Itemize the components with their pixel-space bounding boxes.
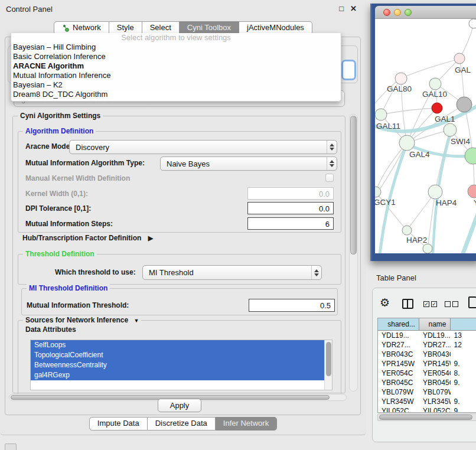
- network-node-hap4[interactable]: [428, 185, 442, 199]
- column-header[interactable]: name: [419, 318, 451, 331]
- zoom-traffic-icon[interactable]: [405, 9, 412, 16]
- column-header[interactable]: shared...: [378, 318, 419, 331]
- algorithm-option[interactable]: Dream8 DC_TDC Algorithm: [11, 90, 341, 99]
- mi-type-value: Naive Bayes: [161, 159, 327, 168]
- algorithm-option[interactable]: ARACNE Algorithm: [11, 61, 341, 71]
- tab-label: Impute Data: [97, 419, 139, 428]
- threshold-definition-group: Threshold Definition Which threshold to …: [18, 254, 341, 285]
- float-window-icon[interactable]: □: [339, 4, 344, 13]
- network-canvas[interactable]: GALGAL80GAL10GAL1GAL11GAL4SWI4GCY1HAP4YH…: [375, 19, 476, 253]
- stepper-icon[interactable]: [327, 157, 337, 170]
- resize-grip[interactable]: [5, 444, 17, 450]
- aracne-mode-label: Aracne Mode:: [25, 142, 72, 151]
- apply-button[interactable]: Apply: [158, 399, 201, 412]
- network-view-window: GALGAL80GAL10GAL1GAL11GAL4SWI4GCY1HAP4YH…: [375, 6, 476, 253]
- unchecked-box-icon: [452, 301, 458, 307]
- table-horizontal-scrollbar[interactable]: [377, 413, 476, 421]
- collapse-down-icon[interactable]: ▼: [133, 318, 139, 324]
- attributes-scrollbar[interactable]: [324, 340, 332, 390]
- network-node-gal[interactable]: [454, 53, 465, 64]
- network-node[interactable]: [423, 244, 432, 253]
- network-node[interactable]: [465, 148, 476, 164]
- attribute-item[interactable]: SelfLoops: [31, 340, 332, 350]
- network-node[interactable]: [457, 97, 472, 112]
- settings-vertical-scrollbar[interactable]: [349, 114, 358, 392]
- table-row[interactable]: YDR27...YDR27...12: [378, 340, 476, 350]
- network-edge: [401, 58, 459, 79]
- table-row[interactable]: YBR043CYBR043C: [378, 350, 476, 359]
- close-traffic-icon[interactable]: [383, 9, 390, 16]
- network-node-y[interactable]: [468, 185, 476, 198]
- algorithm-definition-group: Algorithm Definition Aracne Mode: Discov…: [18, 131, 341, 233]
- select-all-columns-icon[interactable]: ✓ ✓: [423, 301, 437, 307]
- stepper-icon[interactable]: [311, 266, 321, 279]
- kernel-width-label: Kernel Width (0,1):: [25, 190, 88, 198]
- mi-steps-field[interactable]: 6: [247, 217, 334, 230]
- dpi-tolerance-field[interactable]: 0.0: [247, 202, 334, 214]
- table-row[interactable]: YER054CYER054C8.: [378, 369, 476, 378]
- document-icon[interactable]: [468, 296, 476, 308]
- manual-kernel-checkbox[interactable]: [325, 174, 334, 182]
- network-node-gal80[interactable]: [395, 73, 407, 84]
- kernel-width-field[interactable]: 0.0: [247, 187, 334, 200]
- algorithm-option[interactable]: Bayesian – K2: [11, 80, 341, 90]
- algorithm-popup-placeholder: Select algorithm to view settings: [11, 33, 341, 43]
- network-node-gal1[interactable]: [432, 103, 442, 113]
- algorithm-option[interactable]: Basic Correlation Inference: [11, 52, 341, 61]
- column-header[interactable]: [451, 318, 476, 331]
- hub-definition-toggle[interactable]: Hub/Transcription Factor Definition ▶: [22, 234, 153, 242]
- mi-threshold-label: Mutual Information Threshold:: [27, 301, 129, 309]
- table-cell: YPR145W: [419, 359, 451, 369]
- algorithm-option[interactable]: Bayesian – Hill Climbing: [11, 43, 341, 52]
- table-row[interactable]: YIL052CYIL052C9.: [378, 406, 476, 413]
- table-cell: YPR145W: [378, 359, 419, 369]
- data-attributes-list[interactable]: SelfLoopsTopologicalCoefficientBetweenne…: [30, 340, 332, 390]
- attribute-item[interactable]: gal4RGexp: [31, 370, 332, 380]
- sources-title-text: Sources for Network Inference: [25, 316, 128, 324]
- network-window-titlebar[interactable]: [375, 6, 476, 19]
- algorithm-option[interactable]: Mutual Information Inference: [11, 71, 341, 80]
- network-node-swi4[interactable]: [444, 123, 457, 136]
- table-row[interactable]: YDL19...YDL19...13: [378, 331, 476, 340]
- stepper-icon[interactable]: [327, 141, 337, 154]
- network-node-hap2[interactable]: [402, 226, 412, 235]
- scrollbar-thumb[interactable]: [326, 342, 331, 376]
- table-cell: 9.: [451, 378, 476, 387]
- network-node[interactable]: [469, 19, 476, 28]
- deselect-all-columns-icon[interactable]: [445, 301, 458, 307]
- mi-threshold-field[interactable]: 0.5: [249, 299, 335, 312]
- control-panel-title: Control Panel: [6, 5, 53, 14]
- scrollbar-thumb[interactable]: [350, 116, 357, 255]
- network-node-gal4[interactable]: [399, 135, 415, 151]
- minimize-traffic-icon[interactable]: [394, 9, 401, 16]
- table-cell: YIL052C: [419, 406, 451, 413]
- table-row[interactable]: YPR145WYPR145W9.: [378, 359, 476, 369]
- close-icon[interactable]: ✕: [350, 4, 357, 13]
- tab-discretize-data[interactable]: Discretize Data: [148, 417, 216, 431]
- table-header-row: shared...name: [378, 318, 476, 331]
- aracne-mode-combo[interactable]: Discovery: [69, 140, 337, 154]
- table-cell: 12: [451, 340, 476, 350]
- algorithm-combo-stepper[interactable]: [341, 60, 356, 80]
- table-row[interactable]: YLR345WYLR345W9.: [378, 397, 476, 406]
- tab-label: jActiveMNodules: [247, 24, 304, 32]
- network-node-gal10[interactable]: [429, 78, 441, 90]
- which-threshold-combo[interactable]: MI Threshold: [142, 265, 322, 280]
- attribute-item[interactable]: BetweennessCentrality: [31, 360, 332, 370]
- table-row[interactable]: YBL079WYBL079W: [378, 387, 476, 397]
- mi-algorithm-type-combo[interactable]: Naive Bayes: [160, 156, 337, 171]
- tab-infer-network[interactable]: Infer Network: [216, 417, 277, 431]
- table-cell: YBR043C: [378, 350, 419, 359]
- manual-kernel-label: Manual Kernel Width Definition: [25, 174, 130, 182]
- column-layout-icon[interactable]: [402, 299, 413, 309]
- network-node-gal11[interactable]: [375, 109, 387, 120]
- gear-icon[interactable]: ⚙: [380, 296, 390, 309]
- table-cell: YBL079W: [378, 387, 419, 397]
- table-row[interactable]: YBR045CYBR045C9.: [378, 378, 476, 387]
- tab-impute-data[interactable]: Impute Data: [89, 417, 148, 431]
- node-label: GAL80: [387, 84, 412, 93]
- cyni-bottom-tab-bar: Impute DataDiscretize DataInfer Network: [0, 417, 366, 431]
- expand-right-icon[interactable]: ▶: [148, 234, 153, 242]
- scrollbar-thumb[interactable]: [379, 415, 472, 420]
- attribute-item[interactable]: TopologicalCoefficient: [31, 350, 332, 360]
